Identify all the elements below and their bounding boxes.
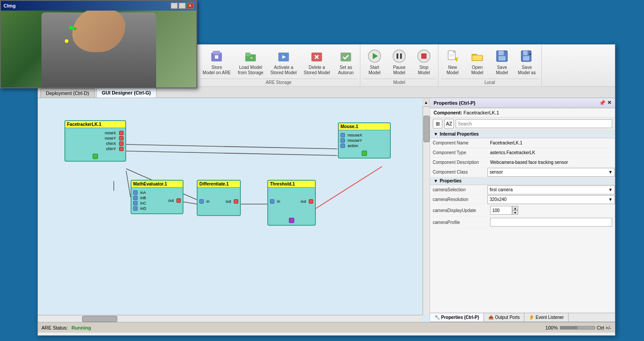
camera-window-buttons: ─ □ ✕ xyxy=(171,3,194,9)
properties-tab-icon: 🔧 xyxy=(434,315,440,320)
properties-search-input[interactable] xyxy=(456,119,612,128)
svg-rect-43 xyxy=(523,51,528,55)
zoom-value: 100% xyxy=(546,325,558,330)
panel-component-name: Component: FacetrackerLK.1 xyxy=(430,108,615,117)
camera-display-update-input[interactable] xyxy=(490,206,512,215)
svg-marker-37 xyxy=(455,58,458,61)
svg-rect-31 xyxy=(421,53,427,59)
camera-minimize-button[interactable]: ─ xyxy=(171,3,178,9)
panel-sort-button[interactable]: ⊞ xyxy=(433,119,442,129)
start-model-button[interactable]: StartModel xyxy=(363,46,386,77)
scroll-thumb-horizontal[interactable] xyxy=(82,316,117,322)
camera-close-button[interactable]: ✕ xyxy=(187,3,194,9)
properties-header: ▼ Properties xyxy=(430,177,615,185)
status-bar: ARE Status: Running 100% Ctrl +/- xyxy=(38,322,615,333)
properties-panel-title: Properties (Ctrl-P) xyxy=(434,100,476,106)
new-model-button[interactable]: NewModel xyxy=(441,46,464,77)
panel-toolbar: ⊞ AZ xyxy=(430,117,615,130)
svg-rect-28 xyxy=(397,53,398,59)
camera-display-update-spin[interactable]: ▲ ▼ xyxy=(512,206,518,215)
camera-maximize-button[interactable]: □ xyxy=(179,3,186,9)
internal-properties-header: ▼ Internal Properties xyxy=(430,130,615,138)
delete-stored-model-button[interactable]: Delete aStored Model xyxy=(301,46,333,77)
canvas-collapse-button[interactable]: ▲ xyxy=(423,98,430,107)
node-threshold1-title: Threshold.1 xyxy=(268,181,315,188)
deployment-tab[interactable]: Deployment (Ctrl-D) xyxy=(40,88,95,98)
svg-line-48 xyxy=(126,171,131,197)
are-storage-group-label: ARE Storage xyxy=(200,79,357,86)
face-tracking-dot-green xyxy=(69,26,73,30)
port-noseX-dot xyxy=(119,131,124,135)
svg-rect-17 xyxy=(245,53,251,56)
set-autorun-button[interactable]: Set asAutorun xyxy=(334,46,357,77)
svg-rect-14 xyxy=(213,51,220,54)
svg-rect-40 xyxy=(498,51,504,55)
port-noseY: noseY xyxy=(67,136,124,140)
svg-rect-38 xyxy=(472,55,483,61)
zoom-slider[interactable] xyxy=(560,326,595,330)
pause-model-button[interactable]: PauseModel xyxy=(388,46,411,77)
stop-model-button[interactable]: StopModel xyxy=(412,46,435,77)
mouse-green-port xyxy=(362,151,367,156)
camera-titlebar: CImg ─ □ ✕ xyxy=(1,1,196,11)
model-buttons: StartModel PauseModel StopModel xyxy=(363,46,435,78)
node-mouse1[interactable]: Mouse.1 mouseX mouseY action xyxy=(338,122,391,159)
panel-pin-button[interactable]: 📌 xyxy=(599,100,606,106)
port-mouseY-dot xyxy=(341,138,345,143)
stop-label: StopModel xyxy=(418,65,430,76)
camera-selection-dropdown[interactable]: first camera ▼ xyxy=(487,186,615,194)
panel-close-button[interactable]: ✕ xyxy=(607,100,611,106)
spin-down[interactable]: ▼ xyxy=(512,210,518,215)
canvas-area[interactable]: FacetrackerLK.1 noseX noseY chinX xyxy=(38,98,430,322)
svg-line-46 xyxy=(126,144,338,149)
event-listener-tab[interactable]: 👂 Event Listener xyxy=(524,313,569,322)
svg-point-27 xyxy=(393,50,405,62)
output-ports-tab[interactable]: 📤 Output Ports xyxy=(484,313,524,322)
load-model-button[interactable]: Load Modelfrom Storage xyxy=(235,46,266,77)
properties-tab[interactable]: 🔧 Properties (Ctrl-P) xyxy=(430,313,484,322)
prop-camera-resolution-row: cameraResolution 320x240 ▼ xyxy=(430,195,615,205)
node-mathEvaluator1[interactable]: MathEvaluator.1 inA inB inC inD out xyxy=(131,180,183,214)
spin-up[interactable]: ▲ xyxy=(512,206,518,210)
save-model-button[interactable]: SaveModel xyxy=(490,46,513,77)
are-status-value: Running xyxy=(71,325,91,330)
camera-resolution-dropdown[interactable]: 320x240 ▼ xyxy=(487,195,615,204)
store-model-button[interactable]: StoreModel on ARE xyxy=(200,46,233,77)
threshold-purple-port xyxy=(289,218,294,223)
zoom-control: 100% Ctrl +/- xyxy=(546,325,611,330)
load-model-icon xyxy=(243,48,258,64)
port-action-dot xyxy=(341,144,345,148)
local-group-label: Local xyxy=(441,79,539,86)
node-differentiate1-body: in out xyxy=(198,188,240,215)
camera-profile-input[interactable] xyxy=(490,218,612,227)
save-model-as-button[interactable]: ▸ SaveModel as xyxy=(515,46,539,77)
port-noseX: noseX xyxy=(67,131,124,135)
properties-panel-header: Properties (Ctrl-P) 📌 ✕ xyxy=(430,98,615,108)
toolbar-group-are-storage: StoreModel on ARE Load Modelfrom Storage… xyxy=(197,45,360,86)
component-class-dropdown[interactable]: sensor ▼ xyxy=(487,168,615,177)
svg-rect-24 xyxy=(341,53,351,61)
node-threshold1[interactable]: Threshold.1 in out xyxy=(267,180,316,226)
camera-title: CImg xyxy=(4,3,16,8)
open-model-button[interactable]: OpenModel xyxy=(466,46,489,77)
prop-camera-selection-row: cameraSelection first camera ▼ xyxy=(430,185,615,195)
new-model-icon xyxy=(445,48,461,64)
new-model-label: NewModel xyxy=(446,65,458,76)
activate-stored-model-button[interactable]: Activate aStored Model xyxy=(268,46,299,77)
scroll-thumb-vertical[interactable] xyxy=(423,116,430,142)
canvas-scroll-horizontal[interactable] xyxy=(38,315,423,322)
canvas-scroll-vertical[interactable]: ▲ xyxy=(423,98,430,315)
panel-sort-az-button[interactable]: AZ xyxy=(444,119,454,129)
activate-label: Activate aStored Model xyxy=(270,65,296,76)
prop-component-type-row: Component Type asterics.FacetrackerLK xyxy=(430,148,615,158)
prop-camera-profile-row: cameraProfile xyxy=(430,216,615,228)
gui-designer-tab[interactable]: GUI Designer (Ctrl-G) xyxy=(96,88,157,98)
prop-component-name-row: Component Name FacetrackerLK.1 xyxy=(430,138,615,148)
node-facetrackerLK1[interactable]: FacetrackerLK.1 noseX noseY chinX xyxy=(64,120,126,162)
content-area: FacetrackerLK.1 noseX noseY chinX xyxy=(38,98,615,322)
node-differentiate1[interactable]: Differentiate.1 in out xyxy=(197,180,241,216)
autorun-icon xyxy=(338,48,354,64)
face-tracking-dot-yellow xyxy=(65,39,68,43)
stop-icon xyxy=(416,48,432,64)
node-mouse1-body: mouseX mouseY action xyxy=(339,130,390,158)
